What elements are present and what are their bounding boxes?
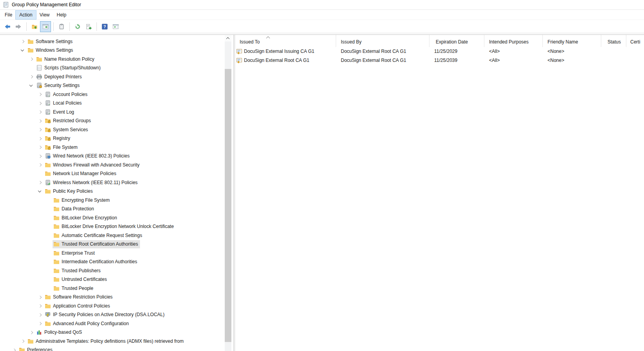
column-header-certificate[interactable]: Certi xyxy=(626,35,644,47)
tree-item[interactable]: Windows Firewall with Advanced Security xyxy=(0,161,231,170)
tree-item[interactable]: Software Settings xyxy=(0,37,231,46)
tree-item-content[interactable]: Automatic Certificate Request Settings xyxy=(53,232,144,240)
tree-item-content[interactable]: Wireless Network (IEEE 802.11) Policies xyxy=(44,179,140,187)
tree-item[interactable]: Wireless Network (IEEE 802.11) Policies xyxy=(0,178,231,187)
table-row[interactable]: DocuSign External Issuing CA G1DocuSign … xyxy=(235,47,644,56)
chevron-right-icon[interactable] xyxy=(28,329,35,336)
refresh-button[interactable] xyxy=(73,22,83,32)
tree-item-content[interactable]: Trusted Root Certification Authorities xyxy=(53,240,140,248)
column-header-friendly-name[interactable]: Friendly Name xyxy=(543,35,601,47)
tree-item-content[interactable]: Security Settings xyxy=(35,81,82,90)
tree-item-content[interactable]: Restricted Groups xyxy=(44,117,93,125)
tree-item[interactable]: Public Key Policies xyxy=(0,187,231,196)
column-header-issued-to[interactable]: Issued To xyxy=(235,35,336,47)
tree-item[interactable]: Security Settings xyxy=(0,81,231,90)
tree-item-content[interactable]: Advanced Audit Policy Configuration xyxy=(44,320,131,328)
export-list-button[interactable] xyxy=(84,22,94,32)
chevron-right-icon[interactable] xyxy=(37,127,43,133)
column-header-expiration-date[interactable]: Expiration Date xyxy=(429,35,484,47)
tree-item[interactable]: IP Security Policies on Active Directory… xyxy=(0,311,231,320)
tree-item[interactable]: System Services xyxy=(0,125,231,134)
menu-help[interactable]: Help xyxy=(53,11,70,19)
tree-item-content[interactable]: System Services xyxy=(44,126,90,134)
tree-item[interactable]: Account Policies xyxy=(0,90,231,99)
chevron-right-icon[interactable] xyxy=(11,347,17,351)
up-one-level-folder-button[interactable] xyxy=(29,22,40,32)
chevron-right-icon[interactable] xyxy=(37,303,43,309)
tree-item-content[interactable]: Software Settings xyxy=(27,38,75,46)
chevron-right-icon[interactable] xyxy=(37,109,43,115)
tree-item-content[interactable]: Trusted People xyxy=(53,284,95,293)
chevron-right-icon[interactable] xyxy=(20,38,26,45)
tree-item[interactable]: Trusted People xyxy=(0,284,231,293)
tree-item[interactable]: Untrusted Certificates xyxy=(0,275,231,284)
chevron-right-icon[interactable] xyxy=(28,74,35,80)
tree-item[interactable]: Intermediate Certification Authorities xyxy=(0,258,231,267)
chevron-right-icon[interactable] xyxy=(37,118,43,124)
chevron-right-icon[interactable] xyxy=(37,320,43,327)
scrollbar-thumb[interactable] xyxy=(225,69,231,342)
tree-item-content[interactable]: File System xyxy=(44,143,80,152)
tree-item-content[interactable]: Windows Settings xyxy=(27,46,75,54)
tree-item[interactable]: Trusted Publishers xyxy=(0,266,231,275)
pane-splitter[interactable] xyxy=(231,35,235,351)
chevron-down-icon[interactable] xyxy=(37,188,43,195)
column-header-issued-by[interactable]: Issued By xyxy=(336,35,429,47)
help-button[interactable]: ? xyxy=(100,22,110,32)
tree-item-content[interactable]: Deployed Printers xyxy=(35,73,84,81)
tree-item-content[interactable]: Network List Manager Policies xyxy=(44,170,118,178)
show-console-tree-button[interactable] xyxy=(40,22,51,32)
tree-item[interactable]: Software Restriction Policies xyxy=(0,293,231,302)
tree-item[interactable]: Registry xyxy=(0,134,231,143)
tree-item-content[interactable]: Preferences xyxy=(18,346,55,351)
cell-issued-to[interactable]: DocuSign External Issuing CA G1 xyxy=(235,47,336,56)
tree-item[interactable]: Scripts (Startup/Shutdown) xyxy=(0,64,231,73)
tree-item-content[interactable]: Application Control Policies xyxy=(44,302,112,310)
tree-item-content[interactable]: Scripts (Startup/Shutdown) xyxy=(35,64,102,72)
chevron-right-icon[interactable] xyxy=(37,162,43,168)
tree-item[interactable]: Administrative Templates: Policy definit… xyxy=(0,337,231,346)
tree-item[interactable]: Wired Network (IEEE 802.3) Policies xyxy=(0,152,231,161)
tree-item[interactable]: Advanced Audit Policy Configuration xyxy=(0,319,231,328)
tree-item-content[interactable]: Event Log xyxy=(44,108,76,116)
tree-item[interactable]: Encrypting File System xyxy=(0,196,231,205)
tree-item-content[interactable]: Policy-based QoS xyxy=(35,328,84,337)
menu-action[interactable]: Action xyxy=(16,11,36,19)
menu-view[interactable]: View xyxy=(36,11,53,19)
chevron-down-icon[interactable] xyxy=(28,83,35,89)
tree-item[interactable]: BitLocker Drive Encryption Network Unloc… xyxy=(0,223,231,232)
tree-item-content[interactable]: Enterprise Trust xyxy=(53,249,97,257)
table-row[interactable]: DocuSign External Root CA G1DocuSign Ext… xyxy=(235,56,644,65)
chevron-right-icon[interactable] xyxy=(37,91,43,98)
scroll-up-arrow-icon[interactable] xyxy=(225,35,231,42)
chevron-right-icon[interactable] xyxy=(20,338,26,344)
tree-item-content[interactable]: Trusted Publishers xyxy=(53,267,103,275)
tree-item-content[interactable]: BitLocker Drive Encryption Network Unloc… xyxy=(53,223,176,231)
tree-item[interactable]: File System xyxy=(0,143,231,152)
tree-item[interactable]: Application Control Policies xyxy=(0,302,231,311)
chevron-right-icon[interactable] xyxy=(37,179,43,186)
tree-item-content[interactable]: Public Key Policies xyxy=(44,187,95,195)
tree-item-content[interactable]: Account Policies xyxy=(44,90,89,99)
tree-item-content[interactable]: Local Policies xyxy=(44,99,84,107)
tree-item[interactable]: Name Resolution Policy xyxy=(0,55,231,64)
tree-item-content[interactable]: Intermediate Certification Authorities xyxy=(53,258,139,266)
tree-item[interactable]: Automatic Certificate Request Settings xyxy=(0,231,231,240)
clipboard-button[interactable] xyxy=(56,22,67,32)
tree-scrollbar[interactable] xyxy=(225,35,231,351)
chevron-right-icon[interactable] xyxy=(37,153,43,159)
show-action-pane-button[interactable] xyxy=(111,22,121,32)
tree-item[interactable]: Event Log xyxy=(0,108,231,117)
tree-item-content[interactable]: Data Protection xyxy=(53,205,96,213)
chevron-right-icon[interactable] xyxy=(37,100,43,107)
tree-item-content[interactable]: BitLocker Drive Encryption xyxy=(53,214,119,222)
column-header-status[interactable]: Status xyxy=(601,35,626,47)
tree-item-content[interactable]: Administrative Templates: Policy definit… xyxy=(27,337,186,346)
tree-item[interactable]: Network List Manager Policies xyxy=(0,170,231,179)
tree-item-content[interactable]: Name Resolution Policy xyxy=(35,55,96,63)
tree-item-content[interactable]: Wired Network (IEEE 802.3) Policies xyxy=(44,152,131,160)
chevron-right-icon[interactable] xyxy=(37,136,43,142)
tree-item[interactable]: Restricted Groups xyxy=(0,117,231,126)
chevron-right-icon[interactable] xyxy=(28,56,35,62)
chevron-right-icon[interactable] xyxy=(37,294,43,300)
